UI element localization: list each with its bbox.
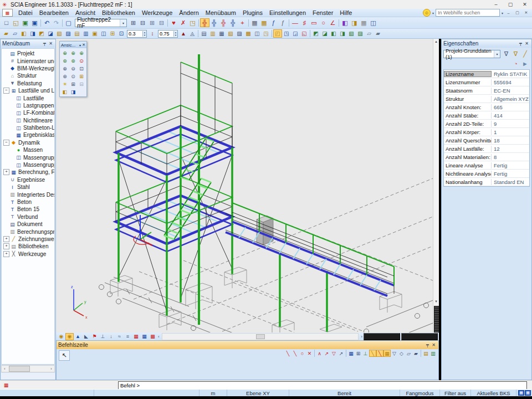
smiley-dropdown-icon[interactable]: ▾ xyxy=(432,11,434,15)
menu-men-baum[interactable]: Menübaum xyxy=(202,9,239,16)
snap-tangent-icon[interactable]: ◇ xyxy=(398,350,405,357)
project-combobox[interactable]: Fluchttreppe2 mF ▾ xyxy=(75,19,127,27)
render-transparent-icon[interactable]: ▣ xyxy=(90,29,99,38)
property-value[interactable]: 9 xyxy=(492,121,529,127)
clipping-box-icon[interactable]: ▱ xyxy=(365,29,374,38)
tree-item-lastgruppen[interactable]: ◫Lastgruppen xyxy=(2,102,54,109)
tree-item-lastfaelle[interactable]: ◫Lastfälle xyxy=(2,94,54,101)
pin-icon[interactable]: ┯ xyxy=(518,41,524,46)
menu-plugins[interactable]: Plugins xyxy=(239,9,266,16)
tree-item-massengruppen-kombinationen[interactable]: ◫Massengruppen-Kombi xyxy=(2,161,54,168)
activity-on-icon[interactable]: ◩ xyxy=(311,29,320,38)
line-grid-icon[interactable]: ⊥ xyxy=(362,350,369,357)
tree-item-belastung[interactable]: ▼Belastung xyxy=(2,80,54,87)
dimension-line-icon[interactable]: ― xyxy=(290,18,300,27)
copy-attributes-icon[interactable]: ⊞ xyxy=(129,18,138,27)
check-structure-nodes-icon[interactable]: ╬ xyxy=(228,18,238,27)
tree-item-bim-werkzeugkasten[interactable]: ◆BIM-Werkzeugkasten xyxy=(2,65,54,72)
tree-item-massen[interactable]: ●Massen xyxy=(2,146,54,154)
supports-display-icon[interactable]: ⊥ xyxy=(99,333,107,340)
menu-bibliotheken[interactable]: Bibliotheken xyxy=(99,9,139,16)
view-perspective-icon[interactable]: ⊛ xyxy=(69,57,77,64)
clean-check-icon[interactable]: ✗ xyxy=(178,18,188,27)
property-value[interactable]: Fertig xyxy=(492,162,529,168)
display-supports-icon[interactable]: ◨ xyxy=(28,29,37,38)
scale-spinner-2[interactable]: ▲▼ xyxy=(158,30,178,38)
property-value[interactable]: Allgemein XYZ xyxy=(492,96,529,102)
table-input-icon[interactable]: ▦ xyxy=(140,333,149,340)
mesh-refine-icon[interactable]: ▦ xyxy=(359,18,369,27)
view-axonometric-icon[interactable]: ⊛ xyxy=(61,57,69,64)
property-row-anzahl-st-be[interactable]: Anzahl Stäbe:414 xyxy=(444,111,529,120)
draw-polyline-icon[interactable]: ╲ xyxy=(291,350,299,357)
clipping-box-small-icon[interactable]: ◧ xyxy=(61,88,69,95)
combobox-dropdown-icon[interactable]: ▾ xyxy=(494,50,500,58)
support-icon[interactable]: ▭ xyxy=(309,18,319,27)
property-row-anzahl-lastf-lle[interactable]: Anzahl Lastfälle:12 xyxy=(444,145,529,153)
property-row-struktur[interactable]: StrukturAllgemein XYZ xyxy=(444,95,529,103)
mdi-minimize-button[interactable]: – xyxy=(505,10,512,16)
property-value[interactable]: 414 xyxy=(492,112,529,119)
light-icon[interactable]: ☀ xyxy=(61,80,69,88)
animation-window-icon[interactable]: ▰ xyxy=(374,29,382,38)
zoom-window-icon[interactable]: ⊡ xyxy=(78,65,85,72)
structure-service-icon[interactable]: ▲ xyxy=(74,333,82,340)
tree-item-zeichnungswerkzeuge[interactable]: +╱Zeichnungswerkzeuge xyxy=(2,236,54,243)
close-button[interactable]: ✕ xyxy=(518,1,532,9)
open-project-icon[interactable]: ◱ xyxy=(11,18,21,27)
stamp-icon[interactable]: ◨ xyxy=(350,18,359,27)
tree-item-berechnung-fe-netz[interactable]: +▦Berechnung, FE-Netz xyxy=(2,168,54,176)
display-nodes-icon[interactable]: ▰ xyxy=(2,29,11,38)
help-search-dropdown-icon[interactable]: ▾ xyxy=(502,11,503,15)
export-graphics-icon[interactable]: ◳ xyxy=(262,29,270,38)
maximize-button[interactable]: ▢ xyxy=(503,1,518,9)
scroll-right-icon[interactable]: › xyxy=(360,334,364,339)
menu-ansicht[interactable]: Ansicht xyxy=(72,9,99,16)
snap-midpoint-icon[interactable]: ╲ xyxy=(369,350,376,357)
crane-icon[interactable]: ≈ xyxy=(115,333,124,340)
model-viewport[interactable]: z y x Ansic... ▾ ✕ ⊕⊕⊕⊛⊛⊙⊕⊖⊡⊛⊙⊞☀⊞⊟◧◨ ▴ ▾ xyxy=(56,39,439,332)
favourites-icon[interactable]: ♥ xyxy=(169,18,178,27)
bks-indicator-icon[interactable]: ▦ xyxy=(518,390,524,396)
print-picture-icon[interactable]: ⊞ xyxy=(78,73,85,80)
close-icon[interactable]: ✕ xyxy=(431,342,437,347)
scale-loads-icon[interactable]: ↕ xyxy=(148,29,157,38)
tree-item-bibliotheken[interactable]: +▤Bibliotheken xyxy=(2,243,54,250)
tree-item-massengruppen[interactable]: ◫Massengruppen xyxy=(2,154,54,161)
property-value[interactable]: 8 xyxy=(492,154,529,160)
table-composer-icon[interactable]: ▩ xyxy=(244,29,253,38)
property-value[interactable]: 18 xyxy=(492,137,529,144)
undo-icon[interactable]: ↶ xyxy=(42,18,52,27)
view-palette-header[interactable]: Ansic... ▾ ✕ xyxy=(60,42,86,48)
tree-item-integriertes-design-forms[interactable]: ▥Integriertes Design Forms xyxy=(2,191,54,198)
scroll-right-icon[interactable]: › xyxy=(48,367,54,371)
layer-current-icon[interactable]: ◰ xyxy=(273,29,282,38)
property-row-lizenzname[interactable]: LizenznameRyklin STATIK xyxy=(444,70,529,78)
activity-off-icon[interactable]: ◪ xyxy=(320,29,329,38)
save-all-icon[interactable]: ▣ xyxy=(21,18,30,27)
zoom-all-icon[interactable]: ⊛ xyxy=(61,73,69,80)
view-z-direction-icon[interactable]: ⊕ xyxy=(78,49,85,57)
display-surfaces-icon[interactable]: ◧ xyxy=(19,29,28,38)
property-row-nichtlineare-analyse[interactable]: Nichtlineare AnalyseFertig xyxy=(444,170,529,178)
coordinates-table-icon[interactable]: ▤ xyxy=(422,350,429,357)
pin-icon[interactable]: ┯ xyxy=(424,342,431,347)
mdi-close-button[interactable]: ✕ xyxy=(523,10,530,16)
snap-center-icon[interactable]: ▰ xyxy=(412,350,420,357)
tree-item-projekt[interactable]: ▤Projekt xyxy=(2,50,54,57)
property-value[interactable]: Fertig xyxy=(492,171,529,177)
table-results-icon[interactable]: ▦ xyxy=(132,333,140,340)
menu-ndern[interactable]: Ändern xyxy=(176,9,202,16)
property-value[interactable]: 1 xyxy=(492,129,529,135)
paperspace-gallery-icon[interactable]: ▧ xyxy=(226,29,235,38)
draw-circle-icon[interactable]: ○ xyxy=(299,350,306,357)
layer-visibility-icon[interactable]: ◲ xyxy=(291,29,300,38)
pin-view-icon[interactable]: ◉ xyxy=(57,333,65,340)
display-local-axes-icon[interactable]: ◫ xyxy=(99,29,108,38)
filter-edit-icon[interactable]: ∇ xyxy=(511,49,520,58)
activity-invert-icon[interactable]: ▧ xyxy=(347,29,356,38)
property-value[interactable]: Ryklin STATIK xyxy=(492,71,529,77)
snap-grid-icon[interactable]: ▦ xyxy=(383,350,391,357)
layout-icon[interactable]: ◫ xyxy=(253,29,262,38)
hinge-icon[interactable]: ♯ xyxy=(300,18,309,27)
